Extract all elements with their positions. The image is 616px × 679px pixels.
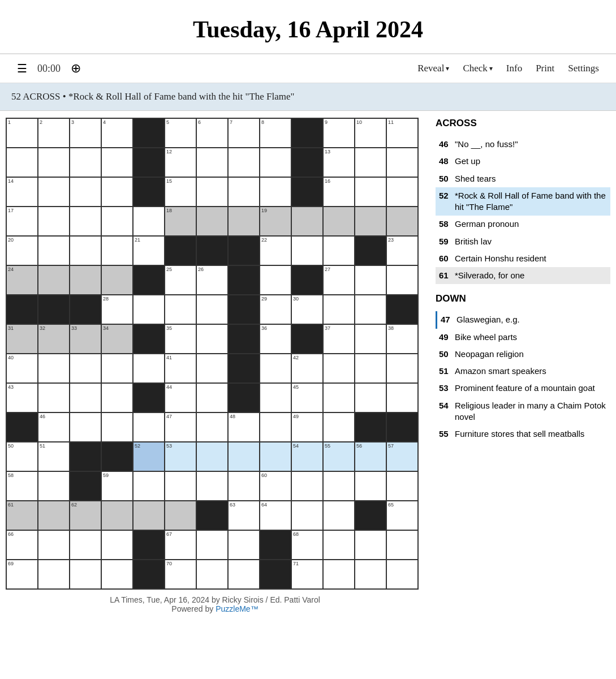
clue-down-54[interactable]: 54 Religious leader in many a Chaim Poto… xyxy=(436,397,610,426)
cell-r3c7[interactable] xyxy=(197,178,229,207)
clue-down-51[interactable]: 51 Amazon smart speakers xyxy=(436,363,610,380)
cell-r16c8[interactable] xyxy=(229,560,260,590)
cell-r9c7[interactable] xyxy=(197,354,229,384)
cell-r4c6-gray[interactable]: 18 xyxy=(165,207,197,237)
cell-r16c12[interactable] xyxy=(355,560,387,590)
cell-r12c6-lightblue[interactable]: 53 xyxy=(165,442,197,472)
cell-r1c9[interactable]: 8 xyxy=(260,119,292,148)
cell-r4c12-gray[interactable] xyxy=(355,207,387,237)
cell-r3c4[interactable] xyxy=(102,178,133,207)
cell-r11c7[interactable] xyxy=(197,413,229,442)
cell-r12c10-lightblue[interactable]: 54 xyxy=(292,442,324,472)
cell-r7c6[interactable] xyxy=(165,295,197,325)
cell-r4c1[interactable]: 17 xyxy=(7,207,38,237)
cell-r8c3-gray[interactable]: 33 xyxy=(70,325,102,354)
clue-down-55[interactable]: 55 Furniture stores that sell meatballs xyxy=(436,426,610,442)
cell-r6c3-gray[interactable] xyxy=(70,266,102,295)
cell-r10c6[interactable]: 44 xyxy=(165,384,197,413)
cell-r16c6[interactable]: 70 xyxy=(165,560,197,590)
cell-r6c6[interactable]: 25 xyxy=(165,266,197,295)
cell-r9c13[interactable] xyxy=(387,354,419,384)
cell-r10c12[interactable] xyxy=(355,384,387,413)
info-button[interactable]: Info xyxy=(506,63,522,74)
clue-across-46[interactable]: 46 "No __, no fuss!" xyxy=(436,136,610,153)
cell-r14c1-gray[interactable]: 61 xyxy=(7,501,38,531)
cell-r13c11[interactable] xyxy=(324,472,355,501)
cell-r9c2[interactable] xyxy=(38,354,70,384)
cell-r8c11[interactable]: 37 xyxy=(324,325,355,354)
cell-r12c5-blue[interactable]: 52 xyxy=(133,442,165,472)
cell-r13c8[interactable] xyxy=(229,472,260,501)
cell-r5c1[interactable]: 20 xyxy=(7,237,38,266)
cell-r3c1[interactable]: 14 xyxy=(7,178,38,207)
cell-r12c13-lightblue[interactable]: 57 xyxy=(387,442,419,472)
clue-down-49[interactable]: 49 Bike wheel parts xyxy=(436,329,610,346)
cell-r8c9[interactable]: 36 xyxy=(260,325,292,354)
cell-r13c6[interactable] xyxy=(165,472,197,501)
cell-r10c3[interactable] xyxy=(70,384,102,413)
cell-r16c11[interactable] xyxy=(324,560,355,590)
cell-r16c1[interactable]: 69 xyxy=(7,560,38,590)
cell-r11c10[interactable]: 49 xyxy=(292,413,324,442)
clue-across-50[interactable]: 50 Shed tears xyxy=(436,170,610,187)
cell-r13c1[interactable]: 58 xyxy=(7,472,38,501)
cell-r1c12[interactable]: 10 xyxy=(355,119,387,148)
cell-r10c4[interactable] xyxy=(102,384,133,413)
cell-r11c8[interactable]: 48 xyxy=(229,413,260,442)
cell-r15c12[interactable] xyxy=(355,531,387,560)
cell-r6c11[interactable]: 27 xyxy=(324,266,355,295)
cell-r1c11[interactable]: 9 xyxy=(324,119,355,148)
cell-r2c6[interactable]: 12 xyxy=(165,148,197,178)
cell-r5c11[interactable] xyxy=(324,237,355,266)
cell-r14c9[interactable]: 64 xyxy=(260,501,292,531)
clue-across-59[interactable]: 59 British lav xyxy=(436,233,610,250)
cell-r3c11[interactable]: 16 xyxy=(324,178,355,207)
cell-r8c4-gray[interactable]: 34 xyxy=(102,325,133,354)
cell-r15c4[interactable] xyxy=(102,531,133,560)
cell-r3c3[interactable] xyxy=(70,178,102,207)
cell-r6c2-gray[interactable] xyxy=(38,266,70,295)
cell-r6c4-gray[interactable] xyxy=(102,266,133,295)
cell-r7c12[interactable] xyxy=(355,295,387,325)
cell-r14c11[interactable] xyxy=(324,501,355,531)
cell-r16c3[interactable] xyxy=(70,560,102,590)
cell-r8c7[interactable] xyxy=(197,325,229,354)
cell-r1c6[interactable]: 5 xyxy=(165,119,197,148)
cell-r6c13[interactable] xyxy=(387,266,419,295)
cell-r3c6[interactable]: 15 xyxy=(165,178,197,207)
cell-r9c11[interactable] xyxy=(324,354,355,384)
cell-r6c1-gray[interactable]: 24 xyxy=(7,266,38,295)
cell-r14c5-gray[interactable] xyxy=(133,501,165,531)
cell-r2c3[interactable] xyxy=(70,148,102,178)
cell-r1c2[interactable]: 2 xyxy=(38,119,70,148)
cell-r8c6[interactable]: 35 xyxy=(165,325,197,354)
cell-r12c9-lightblue[interactable] xyxy=(260,442,292,472)
crossword-grid[interactable]: 1 2 3 4 5 6 7 8 9 10 11 12 13 xyxy=(6,118,419,590)
cell-r2c9[interactable] xyxy=(260,148,292,178)
cell-r11c11[interactable] xyxy=(324,413,355,442)
clue-across-61[interactable]: 61 *Silverado, for one xyxy=(436,267,610,284)
settings-button[interactable]: Settings xyxy=(568,63,599,74)
cell-r12c11-lightblue[interactable]: 55 xyxy=(324,442,355,472)
cell-r13c4[interactable]: 59 xyxy=(102,472,133,501)
cell-r13c7[interactable] xyxy=(197,472,229,501)
cell-r4c10-gray[interactable] xyxy=(292,207,324,237)
cell-r5c4[interactable] xyxy=(102,237,133,266)
cell-r16c7[interactable] xyxy=(197,560,229,590)
cell-r12c2[interactable]: 51 xyxy=(38,442,70,472)
cell-r10c10[interactable]: 45 xyxy=(292,384,324,413)
cell-r5c10[interactable] xyxy=(292,237,324,266)
cell-r9c3[interactable] xyxy=(70,354,102,384)
cell-r8c2-gray[interactable]: 32 xyxy=(38,325,70,354)
cell-r9c6[interactable]: 41 xyxy=(165,354,197,384)
cell-r9c10[interactable]: 42 xyxy=(292,354,324,384)
cell-r11c5[interactable] xyxy=(133,413,165,442)
cell-r9c5[interactable] xyxy=(133,354,165,384)
cell-r1c13[interactable]: 11 xyxy=(387,119,419,148)
cell-r14c2-gray[interactable] xyxy=(38,501,70,531)
cell-r13c10[interactable] xyxy=(292,472,324,501)
cell-r16c4[interactable] xyxy=(102,560,133,590)
cell-r3c8[interactable] xyxy=(229,178,260,207)
cell-r11c4[interactable] xyxy=(102,413,133,442)
cell-r11c9[interactable] xyxy=(260,413,292,442)
